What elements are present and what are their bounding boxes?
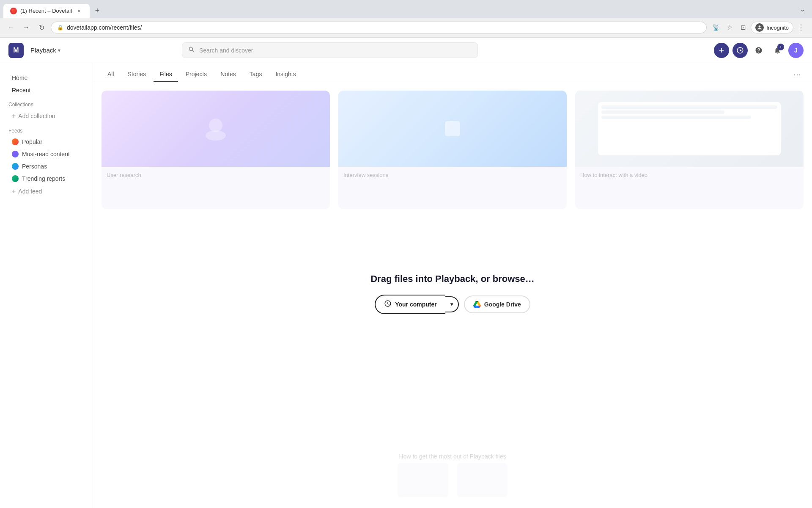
plus-icon: + <box>12 112 16 120</box>
bottom-mini-card-1 <box>398 463 448 497</box>
sidebar-item-personas[interactable]: Personas <box>3 160 89 172</box>
bottom-hint-text: How to get the most out of Playback file… <box>399 453 506 460</box>
search-bar[interactable]: Search and discover <box>182 42 478 58</box>
bookmark-button[interactable]: ☆ <box>724 22 735 33</box>
address-text: dovetailapp.com/recent/files/ <box>67 24 700 31</box>
upload-icon <box>384 300 392 309</box>
app-header: M Playback ▾ Search and discover + 1 <box>0 38 812 63</box>
incognito-label: Incognito <box>766 25 789 31</box>
trending-dot-icon <box>12 175 19 182</box>
upload-computer-group: Your computer ▾ <box>375 295 459 314</box>
forward-button[interactable]: → <box>20 22 32 33</box>
reload-button[interactable]: ↻ <box>36 22 47 33</box>
incognito-icon <box>755 23 764 32</box>
workspace-chevron-icon: ▾ <box>58 47 60 53</box>
tab-tags[interactable]: Tags <box>244 67 268 82</box>
google-drive-label: Google Drive <box>484 301 521 308</box>
google-drive-icon <box>473 301 481 308</box>
address-bar[interactable]: 🔒 dovetailapp.com/recent/files/ <box>51 22 707 33</box>
feeds-header: Feeds <box>0 123 93 135</box>
tab-bar: 🔴 (1) Recent – Dovetail × + ⌄ <box>0 0 812 18</box>
cast-button[interactable]: 📡 <box>710 22 722 33</box>
notifications-button[interactable]: 1 <box>770 43 785 58</box>
workspace-label: Playback <box>30 47 56 54</box>
add-button[interactable]: + <box>714 43 729 58</box>
help-button[interactable] <box>751 43 766 58</box>
sidebar: Home Recent Collections + Add collection… <box>0 63 93 508</box>
tab-stories[interactable]: Stories <box>122 67 152 82</box>
search-placeholder: Search and discover <box>199 47 253 54</box>
lock-icon: 🔒 <box>57 25 63 30</box>
files-content: User research Interview sessions <box>93 82 812 505</box>
drag-drop-container: Drag files into Playback, or browse… You… <box>345 257 560 331</box>
back-button[interactable]: ← <box>5 22 17 33</box>
upload-computer-button[interactable]: Your computer <box>375 295 445 314</box>
drag-drop-title: Drag files into Playback, or browse… <box>370 273 535 284</box>
bottom-faded-content: How to get the most out of Playback file… <box>102 453 804 497</box>
playback-button[interactable] <box>732 43 748 58</box>
add-feed-button[interactable]: + Add feed <box>3 185 89 198</box>
tab-files[interactable]: Files <box>154 67 178 82</box>
active-tab[interactable]: 🔴 (1) Recent – Dovetail × <box>3 4 90 18</box>
tab-title: (1) Recent – Dovetail <box>20 8 72 14</box>
more-options-button[interactable]: ⋯ <box>791 67 804 82</box>
toolbar-right: 📡 ☆ ⊡ Incognito ⋮ <box>710 22 807 33</box>
browser-toolbar: ← → ↻ 🔒 dovetailapp.com/recent/files/ 📡 … <box>0 18 812 37</box>
browser-menu-button[interactable]: ⋮ <box>795 22 807 33</box>
sidebar-item-popular[interactable]: Popular <box>3 136 89 148</box>
google-drive-button[interactable]: Google Drive <box>464 295 530 313</box>
upload-computer-dropdown-button[interactable]: ▾ <box>445 296 459 312</box>
personas-dot-icon <box>12 163 19 170</box>
user-avatar[interactable]: J <box>788 43 804 58</box>
drag-drop-buttons: Your computer ▾ <box>375 295 530 314</box>
dropdown-chevron-icon: ▾ <box>450 301 453 307</box>
search-icon <box>188 46 195 54</box>
tab-insights[interactable]: Insights <box>269 67 302 82</box>
must-read-dot-icon <box>12 151 19 157</box>
tab-dropdown-button[interactable]: ⌄ <box>796 3 809 15</box>
header-right-actions: + 1 J <box>714 43 804 58</box>
tab-bar-end: ⌄ <box>105 3 809 18</box>
add-feed-plus-icon: + <box>12 188 16 195</box>
sidebar-item-trending[interactable]: Trending reports <box>3 173 89 185</box>
tab-projects[interactable]: Projects <box>180 67 213 82</box>
workspace-avatar: M <box>8 43 24 58</box>
workspace-name-button[interactable]: Playback ▾ <box>30 47 60 54</box>
tab-favicon: 🔴 <box>10 8 17 14</box>
new-tab-button[interactable]: + <box>91 5 103 17</box>
tab-all[interactable]: All <box>102 67 120 82</box>
bg-card-3: How to interact with a video <box>575 91 804 209</box>
notification-badge: 1 <box>777 44 784 50</box>
sidebar-item-recent[interactable]: Recent <box>3 84 89 96</box>
svg-point-0 <box>209 119 222 132</box>
tab-close-button[interactable]: × <box>75 7 83 15</box>
sidebar-item-must-read[interactable]: Must-read content <box>3 148 89 160</box>
add-icon: + <box>719 46 724 55</box>
svg-rect-2 <box>445 121 460 136</box>
bg-card-2: Interview sessions <box>338 91 567 209</box>
svg-point-1 <box>206 130 226 141</box>
content-tabs: All Stories Files Projects Notes Tags In… <box>93 63 812 82</box>
collections-header: Collections <box>0 97 93 109</box>
main-content: Home Recent Collections + Add collection… <box>0 63 812 508</box>
bg-card-1: User research <box>102 91 330 209</box>
profile-button[interactable]: ⊡ <box>737 22 749 33</box>
content-area: All Stories Files Projects Notes Tags In… <box>93 63 812 508</box>
popular-dot-icon <box>12 138 19 145</box>
browser-chrome: 🔴 (1) Recent – Dovetail × + ⌄ ← → ↻ 🔒 do… <box>0 0 812 38</box>
bottom-card-row <box>398 463 508 497</box>
upload-computer-label: Your computer <box>395 301 437 308</box>
incognito-badge[interactable]: Incognito <box>751 22 793 33</box>
tabs-end: ⋯ <box>791 67 804 82</box>
sidebar-item-home[interactable]: Home <box>3 72 89 84</box>
app-container: M Playback ▾ Search and discover + 1 <box>0 38 812 508</box>
bottom-mini-card-2 <box>457 463 508 497</box>
tab-notes[interactable]: Notes <box>214 67 242 82</box>
background-cards: User research Interview sessions <box>102 91 804 209</box>
add-collection-button[interactable]: + Add collection <box>3 110 89 122</box>
